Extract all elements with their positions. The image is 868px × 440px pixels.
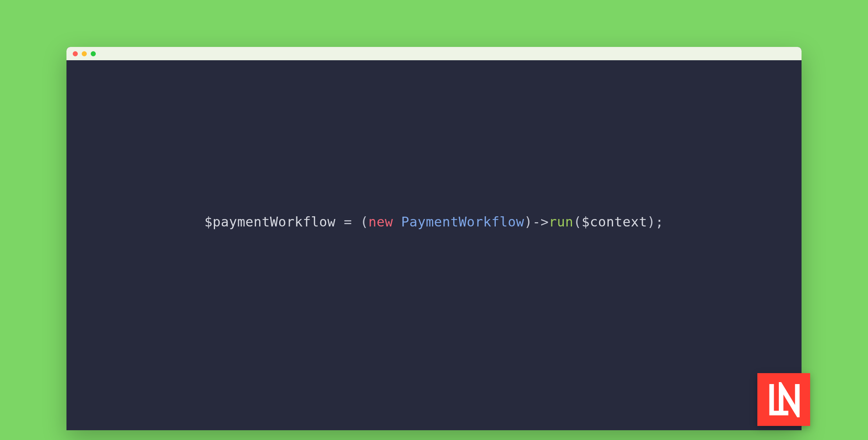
code-line: $paymentWorkflow = (new PaymentWorkflow)… (204, 214, 664, 230)
code-token-semicolon: ; (655, 214, 664, 230)
code-token-space (393, 214, 401, 230)
code-token-arrow: -> (533, 214, 549, 230)
code-token-method: run (549, 214, 574, 230)
code-token-class: PaymentWorkflow (401, 214, 524, 230)
code-token-variable: $paymentWorkflow (204, 214, 336, 230)
code-token-paren: ( (574, 214, 582, 230)
editor-window: $paymentWorkflow = (new PaymentWorkflow)… (66, 47, 802, 430)
code-token-variable: $context (581, 214, 647, 230)
minimize-icon[interactable] (82, 51, 87, 56)
window-titlebar (66, 47, 802, 60)
maximize-icon[interactable] (91, 51, 96, 56)
code-token-paren: ( (360, 214, 368, 230)
code-token-keyword: new (368, 214, 393, 230)
logo-badge (757, 373, 810, 426)
ln-logo-icon (766, 382, 802, 417)
code-token-operator: = (335, 214, 360, 230)
close-icon[interactable] (73, 51, 78, 56)
code-token-paren: ) (647, 214, 655, 230)
editor-body: $paymentWorkflow = (new PaymentWorkflow)… (66, 60, 802, 430)
code-token-paren: ) (524, 214, 533, 230)
